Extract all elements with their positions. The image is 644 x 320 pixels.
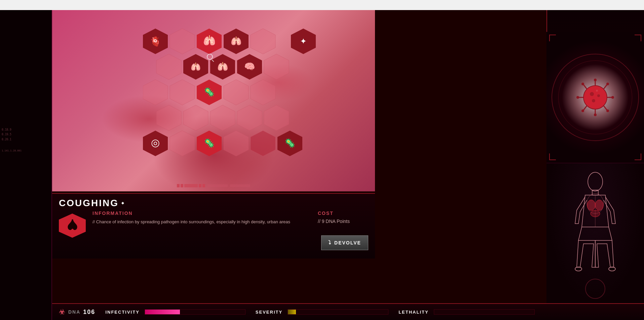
svg-point-35 bbox=[588, 172, 603, 191]
body-ring bbox=[585, 279, 605, 299]
main-content: 🫀 bbox=[52, 10, 375, 265]
svg-text:🦠: 🦠 bbox=[204, 138, 215, 148]
corner-bl bbox=[549, 153, 556, 160]
svg-text:✦: ✦ bbox=[300, 37, 307, 46]
svg-text:⚬: ⚬ bbox=[152, 36, 159, 46]
hex-empty-13[interactable] bbox=[264, 105, 289, 131]
svg-point-22 bbox=[606, 109, 609, 112]
browser-top-bar bbox=[0, 0, 644, 10]
severity-fill bbox=[288, 310, 296, 314]
infectivity-fill bbox=[145, 310, 180, 314]
devolve-label: DEVOLVE bbox=[334, 240, 361, 245]
left-panel: 0.18.9 0.19.5 0.20.1 1.141.1.28.001 bbox=[0, 10, 52, 320]
hex-empty-4[interactable] bbox=[264, 54, 289, 80]
devolve-icon: ⤵ bbox=[328, 240, 332, 246]
svg-point-34 bbox=[596, 90, 598, 92]
hex-worm3[interactable] bbox=[277, 131, 302, 156]
hex-grid-svg: 🫀 bbox=[143, 29, 372, 190]
hex-empty-15[interactable] bbox=[224, 131, 249, 156]
corner-tl bbox=[549, 35, 556, 41]
info-text-area: INFORMATION // Chance of infection by sp… bbox=[92, 211, 294, 225]
severity-label: SEVERITY bbox=[256, 310, 282, 315]
right-panel bbox=[546, 10, 644, 320]
svg-point-20 bbox=[611, 96, 614, 99]
svg-text:◎: ◎ bbox=[151, 137, 160, 148]
svg-marker-0 bbox=[143, 29, 168, 54]
lungs-icon bbox=[65, 218, 80, 233]
hex-dim[interactable] bbox=[251, 131, 275, 156]
svg-line-25 bbox=[583, 106, 587, 110]
svg-point-42 bbox=[575, 267, 582, 271]
svg-point-14 bbox=[583, 86, 607, 109]
svg-point-41 bbox=[591, 210, 600, 217]
lethality-stat: LETHALITY bbox=[399, 309, 535, 315]
hex-neuron[interactable] bbox=[291, 29, 316, 54]
cost-area: COST // 9 DNA Points bbox=[318, 211, 368, 224]
svg-point-26 bbox=[581, 109, 584, 112]
body-display bbox=[546, 163, 644, 304]
lethality-label: LETHALITY bbox=[399, 310, 429, 315]
hex-empty-5[interactable] bbox=[143, 80, 168, 105]
svg-point-33 bbox=[592, 99, 595, 102]
hex-empty-10[interactable] bbox=[183, 105, 208, 131]
virus-display bbox=[546, 32, 644, 163]
dna-display: ☣ DNA 106 bbox=[59, 308, 95, 316]
hex-empty-12[interactable] bbox=[237, 105, 262, 131]
grid-stats: 0.18.9 0.19.5 0.20.1 1.141.1.28.001 bbox=[2, 128, 22, 153]
hex-area: 🫀 bbox=[52, 10, 375, 191]
body-svg bbox=[562, 170, 629, 298]
hex-empty-14[interactable] bbox=[170, 131, 195, 156]
hex-empty-8[interactable] bbox=[251, 80, 275, 105]
svg-text:🦠: 🦠 bbox=[204, 87, 215, 97]
corner-br bbox=[635, 153, 641, 160]
dna-value: 106 bbox=[83, 309, 95, 316]
cost-value: // 9 DNA Points bbox=[318, 219, 368, 224]
infectivity-bar bbox=[145, 309, 245, 315]
hex-empty-3[interactable] bbox=[156, 54, 181, 80]
symptom-icon-area bbox=[59, 212, 86, 239]
hex-lungs-selected[interactable] bbox=[197, 29, 222, 54]
svg-point-28 bbox=[576, 96, 579, 99]
svg-point-40 bbox=[595, 200, 603, 211]
hex-brain[interactable] bbox=[237, 54, 262, 80]
dna-label: DNA bbox=[68, 309, 80, 315]
info-label: INFORMATION bbox=[92, 211, 294, 216]
svg-text:🫁: 🫁 bbox=[217, 61, 228, 72]
hex-empty-9[interactable] bbox=[156, 105, 181, 131]
svg-point-24 bbox=[594, 113, 597, 116]
hex-lungs4[interactable] bbox=[210, 54, 235, 80]
info-panel: COUGHING INFORMATION // Chance of infect… bbox=[52, 193, 375, 259]
info-description: // Chance of infection by spreading path… bbox=[92, 219, 294, 225]
svg-line-29 bbox=[583, 85, 587, 89]
severity-bar bbox=[288, 309, 388, 315]
svg-point-16 bbox=[594, 79, 597, 81]
hex-lungs3[interactable] bbox=[183, 54, 208, 80]
hex-worm[interactable] bbox=[197, 80, 222, 105]
hex-empty-2[interactable] bbox=[251, 29, 275, 54]
hex-empty-6[interactable] bbox=[170, 80, 195, 105]
svg-text:🦠: 🦠 bbox=[285, 138, 296, 148]
hex-worm2[interactable] bbox=[197, 131, 222, 156]
devolve-button[interactable]: ⤵ DEVOLVE bbox=[321, 235, 368, 250]
hex-empty-7[interactable] bbox=[224, 80, 249, 105]
hex-empty-1[interactable] bbox=[170, 29, 195, 54]
svg-point-39 bbox=[587, 200, 595, 211]
infectivity-stat: INFECTIVITY bbox=[105, 309, 245, 315]
dna-icon: ☣ bbox=[59, 308, 66, 316]
hex-lungs-dark[interactable] bbox=[224, 29, 249, 54]
hex-stomach[interactable] bbox=[143, 29, 168, 54]
symptom-title: COUGHING bbox=[59, 198, 124, 209]
svg-text:🧠: 🧠 bbox=[244, 61, 255, 72]
svg-point-32 bbox=[597, 94, 600, 97]
svg-point-30 bbox=[581, 83, 584, 85]
severity-stat: SEVERITY bbox=[256, 309, 388, 315]
hex-target[interactable] bbox=[143, 131, 168, 156]
corner-tr bbox=[635, 35, 641, 41]
svg-text:🫁: 🫁 bbox=[231, 36, 242, 46]
lethality-bar bbox=[434, 309, 535, 315]
svg-point-31 bbox=[590, 92, 594, 96]
svg-text:🫁: 🫁 bbox=[203, 35, 216, 47]
svg-rect-13 bbox=[72, 219, 73, 229]
virus-svg bbox=[575, 77, 615, 118]
hex-empty-11[interactable] bbox=[210, 105, 235, 131]
